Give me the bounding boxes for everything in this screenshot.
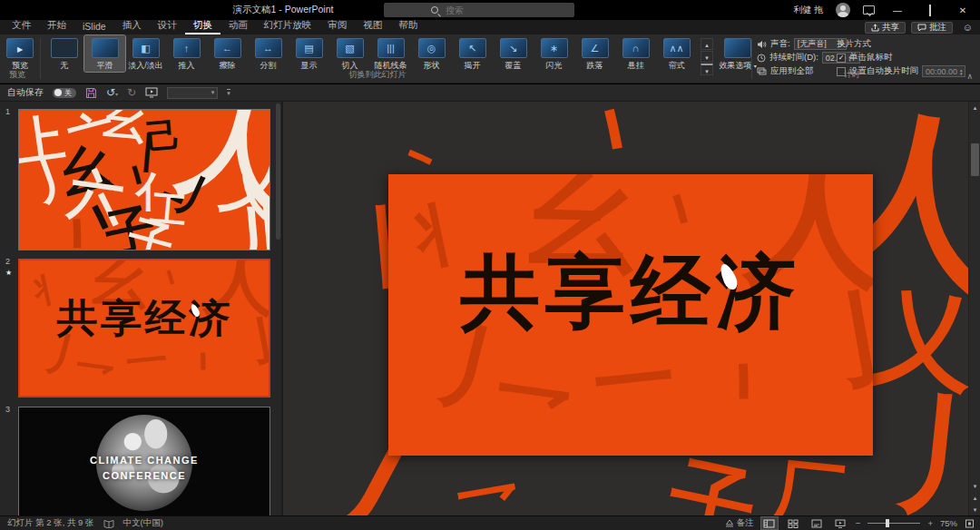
- transition-icon: ↖: [459, 38, 486, 58]
- zoom-slider[interactable]: [867, 523, 920, 524]
- gallery-down-button[interactable]: ▾: [701, 51, 713, 63]
- close-button[interactable]: ✕: [953, 5, 973, 15]
- comments-button[interactable]: 批注: [911, 22, 953, 34]
- previous-slide-button[interactable]: ▴: [969, 492, 980, 504]
- slideshow-icon[interactable]: [145, 87, 158, 98]
- zoom-out-button[interactable]: −: [856, 518, 861, 528]
- slide-sorter-view-button[interactable]: [785, 517, 801, 529]
- transition-shape[interactable]: ◎ 形状: [411, 35, 452, 72]
- transition-icon: ←: [214, 38, 241, 58]
- search-box[interactable]: [384, 3, 574, 17]
- transition-random-bars[interactable]: ||| 随机线条: [370, 35, 411, 72]
- tab-label: 视图: [363, 19, 382, 30]
- redo-button[interactable]: ↻: [127, 87, 136, 98]
- slideshow-view-button[interactable]: [832, 517, 848, 529]
- undo-button[interactable]: ↺▾: [106, 87, 118, 98]
- glyph-fragment: 亻: [135, 172, 176, 212]
- normal-view-button[interactable]: [761, 517, 778, 529]
- gallery-up-button[interactable]: ▴: [701, 38, 713, 50]
- current-slide[interactable]: 幺丬丶人丿一丶亅乛 共享经济: [388, 174, 873, 456]
- tab-islide[interactable]: iSlide: [74, 20, 114, 34]
- transition-reveal[interactable]: ▤ 显示: [289, 35, 329, 72]
- glyph-fragment: 子: [122, 213, 178, 250]
- transition-push[interactable]: ↑ 推入: [166, 35, 207, 72]
- language-indicator[interactable]: 中文(中国): [123, 517, 163, 529]
- slide-position[interactable]: 幻灯片 第 2 张, 共 9 张: [7, 517, 94, 529]
- preview-button[interactable]: ▶ 预览: [3, 36, 37, 72]
- canvas-scrollbar[interactable]: ▴ ▾ ▴ ▾: [968, 102, 980, 515]
- transition-icon: |||: [377, 38, 405, 58]
- transition-label: 平滑: [84, 60, 125, 72]
- group-label-preview: 预览: [9, 69, 25, 81]
- zoom-level[interactable]: 75%: [940, 518, 957, 528]
- ribbon-display-options-icon[interactable]: [863, 5, 875, 15]
- transition-drape[interactable]: ∩ 悬挂: [615, 35, 656, 72]
- transition-cut[interactable]: ▧ 切入: [329, 35, 370, 72]
- transition-none[interactable]: 无: [44, 35, 84, 72]
- transition-icon: ↔: [255, 38, 282, 58]
- transition-wipe[interactable]: ← 擦除: [207, 35, 248, 72]
- transition-uncover[interactable]: ↖ 揭开: [452, 35, 493, 72]
- tab-home[interactable]: 开始: [39, 18, 74, 34]
- tab-file[interactable]: 文件: [4, 18, 39, 34]
- spinner-arrows-icon[interactable]: ▴▾: [960, 68, 963, 75]
- tab-animations[interactable]: 动画: [220, 18, 256, 34]
- tab-label: 文件: [12, 19, 31, 30]
- tab-insert[interactable]: 插入: [114, 18, 150, 34]
- tab-transitions[interactable]: 切换: [185, 18, 220, 34]
- transition-fade[interactable]: ◧ 淡入/淡出: [125, 35, 166, 72]
- transition-morph[interactable]: 平滑: [84, 35, 125, 72]
- transition-cover[interactable]: ↘ 覆盖: [493, 35, 534, 72]
- scroll-down-icon[interactable]: ▾: [969, 480, 980, 492]
- slide-canvas[interactable]: 人丨丶丶乂丿亅子丿厂乛 幺丬丶人丿一丶亅乛 共享经济 ▴ ▾ ▴ ▾: [283, 102, 980, 515]
- panel-scrollbar[interactable]: [276, 103, 280, 240]
- transition-icon: ↑: [173, 38, 201, 58]
- save-icon[interactable]: [85, 87, 97, 99]
- fit-slide-icon[interactable]: [965, 519, 975, 528]
- zoom-slider-thumb[interactable]: [886, 519, 889, 527]
- scroll-up-icon[interactable]: ▴: [969, 102, 980, 113]
- user-name[interactable]: 利健 拖: [793, 4, 823, 16]
- checkbox-checked[interactable]: ✓: [837, 54, 846, 63]
- collapse-ribbon-icon[interactable]: ∧: [966, 72, 973, 81]
- transition-icon: ↘: [500, 38, 527, 58]
- feedback-smiley-icon[interactable]: ☺: [963, 22, 973, 33]
- next-slide-button[interactable]: ▾: [969, 504, 980, 515]
- transition-label: 推入: [166, 60, 207, 72]
- share-button[interactable]: 共享: [865, 22, 906, 34]
- scrollbar-thumb[interactable]: [971, 143, 979, 176]
- on-mouse-click-option[interactable]: ✓ 单击鼠标时: [837, 51, 965, 64]
- zoom-in-button[interactable]: +: [927, 518, 933, 528]
- transition-label: 分割: [248, 60, 289, 72]
- tab-view[interactable]: 视图: [355, 18, 390, 34]
- glyph-fragment: 一: [590, 336, 680, 426]
- restore-button[interactable]: [920, 5, 940, 15]
- effect-options-button[interactable]: 效果选项 ▾: [717, 36, 759, 72]
- customize-qat-icon[interactable]: ▾: [227, 89, 230, 97]
- transition-split[interactable]: ↔ 分割: [248, 35, 289, 72]
- slide-thumbnail-3[interactable]: CLIMATE CHANGE CONFERENCE: [18, 407, 270, 515]
- glyph-fragment: 厂: [769, 454, 848, 515]
- reading-view-button[interactable]: [808, 517, 825, 529]
- transition-flash[interactable]: ∗ 闪光: [534, 35, 574, 72]
- transition-fall-over[interactable]: ∠ 跌落: [574, 35, 615, 72]
- qat-dropdown[interactable]: ▾: [167, 87, 218, 99]
- auto-advance-spinner[interactable]: 00:00.00 ▴▾: [922, 65, 965, 77]
- avatar[interactable]: [836, 3, 850, 17]
- slide-thumbnail-2[interactable]: 幺丬丶人丿一丶亅乛 共享经济: [18, 259, 270, 398]
- gallery-more-button[interactable]: ▾: [701, 64, 713, 75]
- autosave-toggle[interactable]: 关: [53, 88, 76, 98]
- minimize-button[interactable]: —: [887, 5, 907, 15]
- search-input[interactable]: [444, 5, 553, 16]
- tab-slideshow[interactable]: 幻灯片放映: [256, 18, 320, 34]
- proofing-book-icon[interactable]: [103, 519, 114, 528]
- tab-help[interactable]: 帮助: [390, 18, 426, 34]
- tab-design[interactable]: 设计: [150, 18, 185, 34]
- glyph-fragment: 丿: [890, 388, 980, 515]
- transition-curtains[interactable]: ∧∧ 帘式: [656, 35, 697, 72]
- tab-review[interactable]: 审阅: [319, 18, 355, 34]
- transition-icon: ▧: [337, 38, 364, 58]
- slide-thumbnail-panel: 1 人上亠幺己丨幺丶乂丿六丶亻丶子工丿儿丶子 2 ★ 幺丬丶人丿一丶亅乛 共享经…: [0, 102, 281, 515]
- notes-button[interactable]: 备注: [725, 517, 754, 529]
- slide-thumbnail-1[interactable]: 人上亠幺己丨幺丶乂丿六丶亻丶子工丿儿丶子: [18, 109, 270, 250]
